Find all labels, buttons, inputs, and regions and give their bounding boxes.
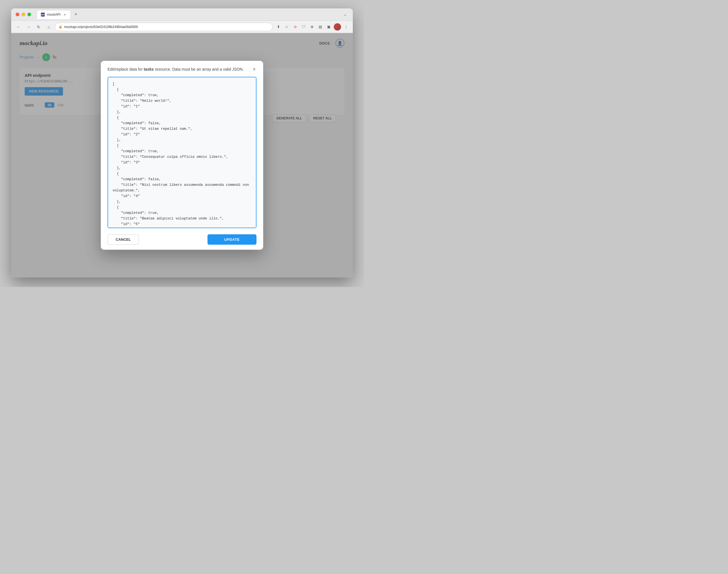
user-avatar[interactable] bbox=[334, 23, 341, 31]
extensions-icon[interactable]: ⊕ bbox=[309, 24, 315, 30]
extension-icon-2[interactable]: 🛡 bbox=[300, 24, 307, 30]
share-icon[interactable]: ⬆ bbox=[275, 24, 282, 30]
tab-favicon: API bbox=[41, 13, 45, 16]
forward-button[interactable]: → bbox=[25, 23, 33, 31]
menu-icon[interactable]: ⋮ bbox=[343, 24, 350, 30]
edit-data-dialog: Edit/replace data for tasks resource. Da… bbox=[101, 61, 263, 250]
new-tab-button[interactable]: + bbox=[72, 11, 80, 18]
lock-icon: 🔒 bbox=[58, 25, 62, 29]
navigation-bar: ← → ↻ ⌂ 🔒 mockapi.io/projects/63e024108b… bbox=[11, 21, 353, 33]
sidebar-icon[interactable]: ▤ bbox=[317, 24, 324, 30]
browser-nav-icons: ⬆ ☆ ⊘ 🛡 ⊕ ▤ ▣ ⋮ bbox=[275, 23, 350, 31]
home-button[interactable]: ⌂ bbox=[45, 23, 53, 31]
titlebar: API mockAPI ✕ + ⌄ bbox=[11, 8, 353, 21]
dialog-resource-name: tasks bbox=[144, 67, 154, 72]
close-window-button[interactable] bbox=[16, 13, 19, 16]
refresh-button[interactable]: ↻ bbox=[35, 23, 43, 31]
dialog-footer: CANCEL UPDATE bbox=[101, 229, 263, 250]
window-collapse-button[interactable]: ⌄ bbox=[342, 11, 348, 18]
active-tab[interactable]: API mockAPI ✕ bbox=[37, 10, 71, 19]
update-button[interactable]: UPDATE bbox=[208, 234, 257, 245]
minimize-window-button[interactable] bbox=[21, 13, 25, 16]
extension-icon-1[interactable]: ⊘ bbox=[292, 24, 299, 30]
dialog-header: Edit/replace data for tasks resource. Da… bbox=[101, 61, 263, 77]
cancel-button[interactable]: CANCEL bbox=[107, 234, 139, 245]
dialog-close-button[interactable]: × bbox=[251, 66, 258, 73]
page-content-area: mockapi.io DOCS 👤 Projects → t To API en… bbox=[11, 33, 353, 278]
traffic-lights bbox=[16, 13, 31, 16]
dialog-description: Edit/replace data for tasks resource. Da… bbox=[107, 67, 257, 72]
back-button[interactable]: ← bbox=[14, 23, 22, 31]
tab-label: mockAPI bbox=[47, 13, 60, 16]
json-editor-textarea[interactable]: [ { "completed": true, "title": "Hello w… bbox=[107, 77, 257, 228]
dialog-body: [ { "completed": true, "title": "Hello w… bbox=[101, 77, 263, 229]
address-bar[interactable]: 🔒 mockapi.io/projects/63e024108b24964ae0… bbox=[55, 23, 273, 31]
url-text: mockapi.io/projects/63e024108b24964ae0fa… bbox=[64, 25, 138, 29]
maximize-window-button[interactable] bbox=[28, 13, 31, 16]
bookmark-icon[interactable]: ☆ bbox=[283, 24, 290, 30]
tab-close-button[interactable]: ✕ bbox=[63, 13, 66, 16]
tab-bar: API mockAPI ✕ + bbox=[37, 10, 80, 19]
dialog-overlay: Edit/replace data for tasks resource. Da… bbox=[11, 33, 353, 278]
split-view-icon[interactable]: ▣ bbox=[325, 24, 332, 30]
